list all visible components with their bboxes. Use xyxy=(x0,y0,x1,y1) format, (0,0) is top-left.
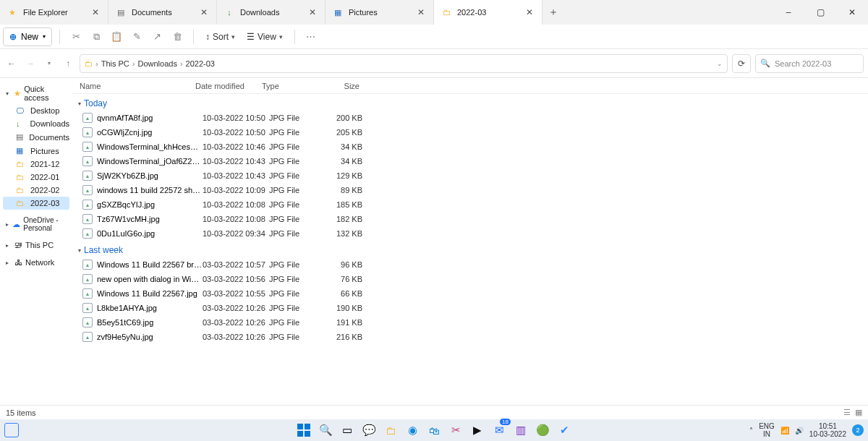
language-indicator[interactable]: ENG IN xyxy=(759,422,775,438)
file-type: JPG File xyxy=(269,229,323,238)
wifi-icon[interactable]: 📶 xyxy=(780,427,789,434)
file-row[interactable]: ▲WindowsTerminal_khHcesSYCB.jpg10-03-202… xyxy=(72,140,868,154)
sidebar-item-quick-access[interactable]: ▾ ★ Quick access xyxy=(3,82,69,104)
tab-2022-03[interactable]: 🗀 2022-03 ✕ xyxy=(434,0,542,25)
file-type: JPG File xyxy=(269,260,323,269)
share-icon[interactable]: ↗ xyxy=(148,28,166,46)
sidebar-item-documents[interactable]: ▤Documents xyxy=(3,130,69,144)
file-row[interactable]: ▲zvf9He5yNu.jpg03-03-2022 10:26JPG File2… xyxy=(72,330,868,344)
close-window-button[interactable]: ✕ xyxy=(836,0,868,25)
todo-icon[interactable]: ✔ xyxy=(557,423,571,437)
tab-file-explorer[interactable]: ★ File Explorer ✕ xyxy=(0,0,109,25)
search-taskbar-icon[interactable]: 🔍 xyxy=(318,423,333,437)
media-player-icon[interactable]: ▶ xyxy=(470,423,485,437)
address-bar[interactable]: 🗀 › This PC › Downloads › 2022-03 ⌄ xyxy=(80,54,728,73)
file-row[interactable]: ▲Windows 11 Build 22567 brings a new op.… xyxy=(72,257,868,272)
column-name[interactable]: Name xyxy=(80,82,195,90)
widgets-button[interactable] xyxy=(4,423,19,437)
file-date: 10-03-2022 10:08 xyxy=(203,200,269,209)
copy-icon[interactable]: ⧉ xyxy=(88,28,105,46)
view-label: View xyxy=(258,32,276,42)
onenote-icon[interactable]: ▥ xyxy=(514,423,528,437)
view-button[interactable]: ☰ View ▾ xyxy=(242,27,287,46)
sidebar-item-onedrive[interactable]: ▸ ☁ OneDrive - Personal xyxy=(3,214,69,234)
search-input[interactable]: 🔍 Search 2022-03 xyxy=(755,54,864,73)
edge-icon[interactable]: ◉ xyxy=(405,423,420,437)
chevron-down-icon[interactable]: ⌄ xyxy=(717,60,723,67)
refresh-button[interactable]: ⟳ xyxy=(732,54,751,73)
tab-label: Downloads xyxy=(240,8,300,17)
volume-icon[interactable]: 🔊 xyxy=(795,427,804,434)
close-icon[interactable]: ✕ xyxy=(414,7,427,17)
sidebar-item-2022-02[interactable]: 🗀2022-02 xyxy=(3,184,69,197)
file-row[interactable]: ▲Windows 11 Build 22567.jpg03-03-2022 10… xyxy=(72,286,868,301)
sidebar-item-downloads[interactable]: ↓Downloads xyxy=(3,117,69,130)
minimize-button[interactable]: – xyxy=(773,0,804,25)
breadcrumb[interactable]: 2022-03 xyxy=(186,59,215,68)
file-row[interactable]: ▲L8kbe1AHYA.jpg03-03-2022 10:26JPG File1… xyxy=(72,301,868,315)
sidebar-item-this-pc[interactable]: ▸ 🖳 This PC xyxy=(3,239,69,252)
close-icon[interactable]: ✕ xyxy=(523,7,536,17)
time-text: 10:51 xyxy=(819,422,837,430)
group-header[interactable]: ▾Last week xyxy=(72,241,868,257)
paste-icon[interactable]: 📋 xyxy=(108,28,125,46)
delete-icon[interactable]: 🗑 xyxy=(169,28,186,46)
up-button[interactable]: ↑ xyxy=(61,56,75,71)
breadcrumb[interactable]: This PC xyxy=(101,59,129,68)
new-tab-button[interactable]: ＋ xyxy=(542,0,564,25)
download-icon: ↓ xyxy=(16,119,26,128)
sidebar-item-network[interactable]: ▸ 🖧 Network xyxy=(3,256,69,269)
rename-icon[interactable]: ✎ xyxy=(128,28,145,46)
file-row[interactable]: ▲0Du1LuIG6o.jpg10-03-2022 09:34JPG File1… xyxy=(72,226,868,241)
sidebar-item-2021-12[interactable]: 🗀2021-12 xyxy=(3,158,69,171)
breadcrumb[interactable]: Downloads xyxy=(137,59,176,68)
sidebar-item-desktop[interactable]: 🖵Desktop xyxy=(3,104,69,117)
mail-icon[interactable]: ✉ xyxy=(492,423,506,437)
notifications-button[interactable]: 2 xyxy=(852,424,864,436)
file-explorer-taskbar-icon[interactable]: 🗀 xyxy=(383,423,398,437)
recent-locations-button[interactable]: ▾ xyxy=(42,56,56,71)
tab-pictures[interactable]: ▦ Pictures ✕ xyxy=(326,0,434,25)
file-name: B5ey51tC69.jpg xyxy=(97,318,203,327)
file-row[interactable]: ▲oCGWljZcnj.jpg10-03-2022 10:50JPG File2… xyxy=(72,125,868,140)
column-type[interactable]: Type xyxy=(262,82,316,90)
file-row[interactable]: ▲windows 11 build 22572 show more opti..… xyxy=(72,183,868,197)
clock[interactable]: 10:51 10-03-2022 xyxy=(809,422,846,438)
file-row[interactable]: ▲new open with dialog in Windows 11 Buil… xyxy=(72,272,868,286)
maximize-button[interactable]: ▢ xyxy=(804,0,836,25)
file-row[interactable]: ▲WindowsTerminal_jOaf6Z2M1i.jpg10-03-202… xyxy=(72,154,868,168)
close-icon[interactable]: ✕ xyxy=(89,7,102,17)
file-row[interactable]: ▲B5ey51tC69.jpg03-03-2022 10:26JPG File1… xyxy=(72,315,868,330)
file-row[interactable]: ▲gSXZBqcYIJ.jpg10-03-2022 10:08JPG File1… xyxy=(72,197,868,212)
chat-icon[interactable]: 💬 xyxy=(362,423,376,437)
file-size: 89 KB xyxy=(323,186,367,194)
snip-icon[interactable]: ✂ xyxy=(448,423,463,437)
plus-icon: ⊕ xyxy=(9,32,17,42)
file-row[interactable]: ▲SjW2KYb6ZB.jpg10-03-2022 10:43JPG File1… xyxy=(72,168,868,183)
sidebar-item-2022-01[interactable]: 🗀2022-01 xyxy=(3,171,69,184)
back-button[interactable]: ← xyxy=(4,56,19,71)
chrome-icon[interactable]: 🟢 xyxy=(535,423,550,437)
cut-icon[interactable]: ✂ xyxy=(67,28,85,46)
sidebar-item-pictures[interactable]: ▦Pictures xyxy=(3,144,69,158)
tab-downloads[interactable]: ↓ Downloads ✕ xyxy=(217,0,326,25)
sort-button[interactable]: ↕ Sort ▾ xyxy=(201,27,239,46)
icons-view-icon[interactable]: ▦ xyxy=(855,408,862,417)
new-button[interactable]: ⊕ New ▾ xyxy=(3,27,52,46)
details-view-icon[interactable]: ☰ xyxy=(843,408,851,417)
file-row[interactable]: ▲Tz67W1vcMH.jpg10-03-2022 10:08JPG File1… xyxy=(72,212,868,226)
show-hidden-icons[interactable]: ˄ xyxy=(749,427,753,434)
store-icon[interactable]: 🛍 xyxy=(427,423,441,437)
close-icon[interactable]: ✕ xyxy=(306,7,319,17)
sidebar-item-2022-03[interactable]: 🗀2022-03 xyxy=(3,197,69,210)
close-icon[interactable]: ✕ xyxy=(197,7,210,17)
more-options-icon[interactable]: ⋯ xyxy=(302,28,320,46)
group-header[interactable]: ▾Today xyxy=(72,94,868,111)
column-size[interactable]: Size xyxy=(316,82,359,90)
start-button[interactable] xyxy=(297,423,311,437)
tab-documents[interactable]: ▤ Documents ✕ xyxy=(109,0,217,25)
task-view-icon[interactable]: ▭ xyxy=(340,423,354,437)
column-date[interactable]: Date modified xyxy=(195,82,262,90)
file-row[interactable]: ▲qvnmAfTA8f.jpg10-03-2022 10:50JPG File2… xyxy=(72,111,868,125)
forward-button[interactable]: → xyxy=(23,56,38,71)
